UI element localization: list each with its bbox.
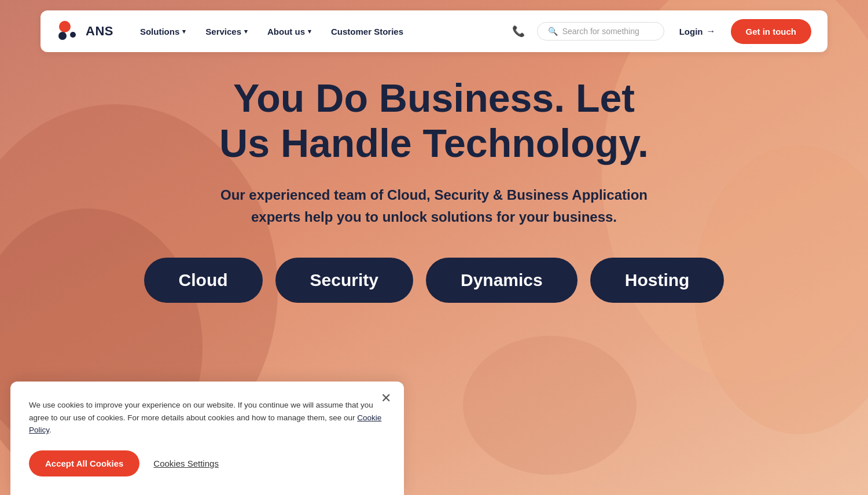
nav-customer-stories[interactable]: Customer Stories	[323, 22, 411, 41]
category-buttons: Cloud Security Dynamics Hosting	[144, 258, 724, 303]
nav-solutions[interactable]: Solutions ▾	[132, 22, 194, 41]
cookie-text: We use cookies to improve your experienc…	[29, 399, 385, 437]
brand-name: ANS	[86, 24, 113, 39]
cookie-banner: ✕ We use cookies to improve your experie…	[10, 382, 404, 495]
svg-point-6	[59, 21, 71, 32]
cookie-close-button[interactable]: ✕	[381, 392, 391, 405]
hero-title: You Do Business. Let Us Handle Technolog…	[219, 75, 649, 166]
logo[interactable]: ANS	[57, 19, 113, 44]
navbar: ANS Solutions ▾ Services ▾ About us ▾ Cu…	[41, 10, 827, 52]
svg-point-8	[70, 32, 76, 38]
security-button[interactable]: Security	[275, 258, 413, 303]
chevron-down-icon: ▾	[182, 28, 186, 35]
search-box[interactable]: 🔍 Search for something	[537, 22, 664, 41]
chevron-down-icon: ▾	[244, 28, 248, 35]
chevron-down-icon: ▾	[308, 28, 311, 35]
hero-content: You Do Business. Let Us Handle Technolog…	[0, 75, 868, 303]
get-in-touch-button[interactable]: Get in touch	[731, 19, 812, 44]
svg-point-5	[463, 336, 637, 475]
search-icon: 🔍	[548, 27, 558, 36]
hosting-button[interactable]: Hosting	[590, 258, 724, 303]
cloud-button[interactable]: Cloud	[144, 258, 263, 303]
accept-all-cookies-button[interactable]: Accept All Cookies	[29, 450, 139, 476]
cookie-actions: Accept All Cookies Cookies Settings	[29, 450, 385, 476]
dynamics-button[interactable]: Dynamics	[426, 258, 578, 303]
arrow-right-icon: →	[707, 26, 716, 36]
login-button[interactable]: Login →	[672, 21, 723, 41]
search-placeholder: Search for something	[562, 27, 639, 36]
hero-subtitle: Our experienced team of Cloud, Security …	[214, 184, 654, 227]
nav-right: 📞 🔍 Search for something Login → Get in …	[508, 19, 811, 44]
cookies-settings-button[interactable]: Cookies Settings	[153, 459, 219, 468]
svg-point-7	[58, 32, 67, 40]
nav-services[interactable]: Services ▾	[197, 22, 256, 41]
nav-about[interactable]: About us ▾	[259, 22, 319, 41]
phone-icon[interactable]: 📞	[508, 21, 529, 42]
nav-links: Solutions ▾ Services ▾ About us ▾ Custom…	[132, 22, 508, 41]
